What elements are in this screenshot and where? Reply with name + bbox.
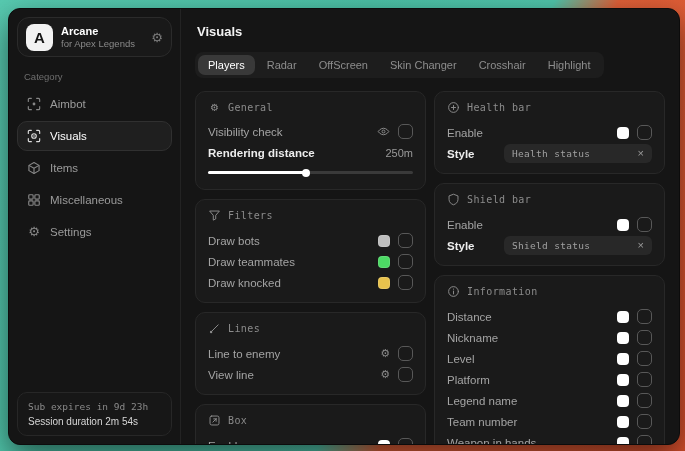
sidebar-item-aimbot[interactable]: Aimbot <box>17 89 172 119</box>
row-draw-knocked: Draw knocked <box>208 272 413 293</box>
row-shield-enable: Enable <box>447 214 652 235</box>
tab-highlight[interactable]: Highlight <box>538 55 601 75</box>
color-swatch[interactable] <box>617 437 629 445</box>
sidebar: A Arcane for Apex Legends ⚙ Category Aim… <box>9 9 181 444</box>
panel-columns: ⚙ General Visibility check Rende <box>195 91 665 444</box>
panel-title-text: Shield bar <box>467 194 531 205</box>
panel-title-text: Lines <box>228 323 260 334</box>
health-enable-checkbox[interactable] <box>637 125 652 140</box>
panel-shield-bar-title: Shield bar <box>447 193 652 206</box>
line-to-enemy-checkbox[interactable] <box>398 346 413 361</box>
app-subtitle: for Apex Legends <box>61 38 143 49</box>
sidebar-item-miscellaneous[interactable]: Miscellaneous <box>17 185 172 215</box>
draw-bots-checkbox[interactable] <box>398 233 413 248</box>
eye-icon[interactable] <box>377 125 390 138</box>
slider-thumb[interactable] <box>302 169 310 177</box>
row-health-style: Style Health status × <box>447 143 652 164</box>
rendering-distance-value: 250m <box>385 147 413 159</box>
view-line-checkbox[interactable] <box>398 367 413 382</box>
panel-general-title: ⚙ General <box>208 101 413 113</box>
shield-style-select[interactable]: Shield status × <box>504 236 652 255</box>
panel-health-bar-title: Health bar <box>447 101 652 114</box>
row-visibility-check: Visibility check <box>208 121 413 142</box>
row-label: Level <box>447 353 475 365</box>
row-shield-style: Style Shield status × <box>447 235 652 256</box>
panel-lines-title: Lines <box>208 322 413 335</box>
legend-name-checkbox[interactable] <box>637 393 652 408</box>
color-swatch[interactable] <box>378 235 390 247</box>
tab-crosshair[interactable]: Crosshair <box>469 55 536 75</box>
brand-card: A Arcane for Apex Legends ⚙ <box>17 17 172 57</box>
sidebar-item-items[interactable]: Items <box>17 153 172 183</box>
gear-icon[interactable]: ⚙ <box>380 348 390 359</box>
cube-icon <box>27 161 41 175</box>
color-swatch[interactable] <box>617 332 629 344</box>
color-swatch[interactable] <box>378 440 390 445</box>
row-label: Style <box>447 148 475 160</box>
row-label: Team number <box>447 416 517 428</box>
tab-radar[interactable]: Radar <box>257 55 307 75</box>
app-window: A Arcane for Apex Legends ⚙ Category Aim… <box>8 8 680 445</box>
row-health-enable: Enable <box>447 122 652 143</box>
row-team-number: Team number <box>447 411 652 432</box>
tab-offscreen[interactable]: OffScreen <box>309 55 378 75</box>
info-icon <box>447 285 460 298</box>
gear-icon[interactable]: ⚙ <box>380 369 390 380</box>
weapon-in-hands-checkbox[interactable] <box>637 435 652 444</box>
sub-expires-text: Sub expires in 9d 23h <box>28 401 161 412</box>
row-level: Level <box>447 348 652 369</box>
sidebar-item-label: Miscellaneous <box>50 194 123 206</box>
sidebar-item-label: Visuals <box>50 130 87 142</box>
color-swatch[interactable] <box>617 311 629 323</box>
funnel-icon <box>208 209 221 222</box>
color-swatch[interactable] <box>378 256 390 268</box>
category-label: Category <box>24 71 165 82</box>
color-swatch[interactable] <box>617 374 629 386</box>
panel-information-title: Information <box>447 285 652 298</box>
nickname-checkbox[interactable] <box>637 330 652 345</box>
distance-checkbox[interactable] <box>637 309 652 324</box>
box-enable-checkbox[interactable] <box>398 438 413 444</box>
row-label: Platform <box>447 374 490 386</box>
gear-icon[interactable]: ⚙ <box>151 31 163 44</box>
sun-gear-icon: ⚙ <box>208 101 221 113</box>
grid-icon <box>27 193 41 207</box>
color-swatch[interactable] <box>617 353 629 365</box>
team-number-checkbox[interactable] <box>637 414 652 429</box>
row-label: Enable <box>447 219 483 231</box>
row-label: Enable <box>208 440 244 445</box>
row-label: Weapon in hands <box>447 437 536 445</box>
panel-filters-title: Filters <box>208 209 413 222</box>
sidebar-item-label: Aimbot <box>50 98 86 110</box>
sidebar-item-visuals[interactable]: Visuals <box>17 121 172 151</box>
panel-shield-bar: Shield bar Enable Style Shield status <box>434 183 665 266</box>
visibility-check-checkbox[interactable] <box>398 124 413 139</box>
color-swatch[interactable] <box>617 127 629 139</box>
level-checkbox[interactable] <box>637 351 652 366</box>
row-box-enable: Enable <box>208 435 413 444</box>
app-logo: A <box>26 24 53 51</box>
sidebar-item-settings[interactable]: ⚙ Settings <box>17 217 172 246</box>
draw-knocked-checkbox[interactable] <box>398 275 413 290</box>
shield-enable-checkbox[interactable] <box>637 217 652 232</box>
panel-filters: Filters Draw bots Draw teammates <box>195 199 426 303</box>
panel-health-bar: Health bar Enable Style Health status <box>434 91 665 174</box>
tab-skin-changer[interactable]: Skin Changer <box>380 55 467 75</box>
color-swatch[interactable] <box>378 277 390 289</box>
color-swatch[interactable] <box>617 416 629 428</box>
slider-fill <box>208 171 306 174</box>
panel-title-text: Health bar <box>467 102 531 113</box>
platform-checkbox[interactable] <box>637 372 652 387</box>
color-swatch[interactable] <box>617 395 629 407</box>
left-column: ⚙ General Visibility check Rende <box>195 91 426 444</box>
draw-teammates-checkbox[interactable] <box>398 254 413 269</box>
row-label: Enable <box>447 127 483 139</box>
close-icon[interactable]: × <box>638 148 644 159</box>
close-icon[interactable]: × <box>638 240 644 251</box>
health-style-select[interactable]: Health status × <box>504 144 652 163</box>
row-label: View line <box>208 369 254 381</box>
tab-players[interactable]: Players <box>198 55 255 75</box>
rendering-distance-slider[interactable] <box>208 168 413 177</box>
color-swatch[interactable] <box>617 219 629 231</box>
row-legend-name: Legend name <box>447 390 652 411</box>
